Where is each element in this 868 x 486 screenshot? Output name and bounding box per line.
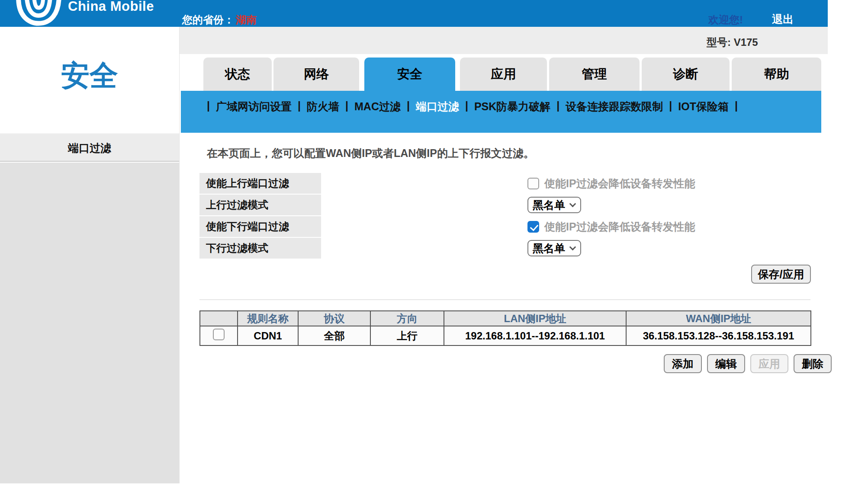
subnav-separator: | xyxy=(207,99,210,112)
lan-ip-header: LAN侧IP地址 xyxy=(444,311,626,326)
subnav-item-iot-safebox[interactable]: IOT保险箱 xyxy=(678,100,729,112)
wan-ip-cell: 36.158.153.128--36.158.153.191 xyxy=(626,326,811,345)
upstream-filter-checkbox[interactable] xyxy=(527,178,539,189)
subnav-separator: | xyxy=(298,99,301,112)
sidebar-background xyxy=(0,163,179,483)
selected-option: 黑名单 xyxy=(533,198,565,212)
subnav-separator: | xyxy=(465,99,468,112)
province-label: 您的省份： xyxy=(182,14,234,26)
select-column-header xyxy=(200,311,238,326)
welcome-text: 欢迎您! xyxy=(708,13,743,27)
downstream-filter-checkbox[interactable] xyxy=(527,221,539,233)
wan-ip-header: WAN侧IP地址 xyxy=(626,311,811,326)
province-indicator: 您的省份：湖南 xyxy=(182,13,257,27)
model-strip: 型号: V175 xyxy=(180,27,828,54)
tab-security[interactable]: 安全 xyxy=(364,58,455,91)
subnav-item-firewall[interactable]: 防火墙 xyxy=(307,100,339,112)
subnav-separator: | xyxy=(669,99,672,112)
table-header-row: 规则名称 协议 方向 LAN侧IP地址 WAN侧IP地址 xyxy=(200,311,811,326)
security-subnav: |广域网访问设置|防火墙|MAC过滤|端口过滤|PSK防暴力破解|设备连接跟踪数… xyxy=(181,91,821,133)
sidebar: 安全 端口过滤 xyxy=(0,27,180,483)
subnav-separator: | xyxy=(407,99,410,112)
rule-name-header: 规则名称 xyxy=(238,311,298,326)
field-label: 使能下行端口过滤 xyxy=(199,216,321,237)
edit-button[interactable]: 编辑 xyxy=(707,354,745,373)
chevron-down-icon xyxy=(569,200,576,207)
direction-cell: 上行 xyxy=(370,326,444,345)
tab-status[interactable]: 状态 xyxy=(203,58,272,91)
save-apply-button[interactable]: 保存/应用 xyxy=(751,265,811,284)
downstream-mode-select[interactable]: 黑名单 xyxy=(527,240,581,256)
brand-wordmark: China Mobile xyxy=(68,0,154,14)
tab-diagnostics[interactable]: 诊断 xyxy=(642,58,730,91)
add-button[interactable]: 添加 xyxy=(664,354,702,373)
subnav-item-psk-protect[interactable]: PSK防暴力破解 xyxy=(474,100,550,112)
selected-option: 黑名单 xyxy=(533,241,565,256)
subnav-item-port-filter[interactable]: 端口过滤 xyxy=(416,100,459,112)
sidebar-section-title: 安全 xyxy=(0,56,179,95)
checkbox-note: 使能IP过滤会降低设备转发性能 xyxy=(544,176,695,191)
form-row-enable-upstream: 使能上行端口过滤 使能IP过滤会降低设备转发性能 xyxy=(199,173,675,194)
rule-name-cell: CDN1 xyxy=(238,326,298,345)
tab-application[interactable]: 应用 xyxy=(460,58,547,91)
china-mobile-logo-icon xyxy=(11,0,66,27)
lan-ip-cell: 192.168.1.101--192.168.1.101 xyxy=(444,326,626,345)
subnav-item-conn-limit[interactable]: 设备连接跟踪数限制 xyxy=(566,100,663,112)
apply-button[interactable]: 应用 xyxy=(750,354,788,373)
subnav-separator: | xyxy=(345,99,348,112)
row-select-checkbox[interactable] xyxy=(213,329,225,340)
table-actions: 添加 编辑 应用 删除 xyxy=(664,354,832,373)
subnav-separator: | xyxy=(556,99,559,112)
field-label: 下行过滤模式 xyxy=(199,238,321,259)
logout-link[interactable]: 退出 xyxy=(772,12,794,26)
table-row: CDN1 全部 上行 192.168.1.101--192.168.1.101 … xyxy=(200,326,811,345)
direction-header: 方向 xyxy=(370,311,444,326)
subnav-item-wan-access[interactable]: 广域网访问设置 xyxy=(216,100,292,112)
subnav-item-mac-filter[interactable]: MAC过滤 xyxy=(354,100,401,112)
page: China Mobile 您的省份：湖南 欢迎您! 退出 型号: V175 安全… xyxy=(0,0,868,486)
chevron-down-icon xyxy=(569,243,576,250)
subnav-separator: | xyxy=(735,99,738,112)
form-row-downstream-mode: 下行过滤模式 黑名单 xyxy=(199,238,675,259)
section-divider xyxy=(199,299,810,300)
checkbox-note: 使能IP过滤会降低设备转发性能 xyxy=(544,220,695,234)
protocol-cell: 全部 xyxy=(298,326,370,345)
sidebar-item-port-filter[interactable]: 端口过滤 xyxy=(0,133,179,162)
tab-management[interactable]: 管理 xyxy=(549,58,640,91)
form-row-enable-downstream: 使能下行端口过滤 使能IP过滤会降低设备转发性能 xyxy=(199,216,675,237)
rules-table: 规则名称 协议 方向 LAN侧IP地址 WAN侧IP地址 CDN1 全部 上行 … xyxy=(199,310,811,346)
delete-button[interactable]: 删除 xyxy=(794,354,832,373)
province-value: 湖南 xyxy=(236,14,257,26)
tab-network[interactable]: 网络 xyxy=(273,58,359,91)
model-label: 型号: V175 xyxy=(707,35,758,49)
page-description: 在本页面上，您可以配置WAN侧IP或者LAN侧IP的上下行报文过滤。 xyxy=(207,146,534,160)
field-label: 使能上行端口过滤 xyxy=(199,173,321,194)
topbar: China Mobile 您的省份：湖南 欢迎您! 退出 xyxy=(0,0,828,27)
tab-help[interactable]: 帮助 xyxy=(732,58,821,91)
field-label: 上行过滤模式 xyxy=(199,195,321,215)
upstream-mode-select[interactable]: 黑名单 xyxy=(527,197,581,213)
protocol-header: 协议 xyxy=(298,311,370,326)
form-row-upstream-mode: 上行过滤模式 黑名单 xyxy=(199,195,675,215)
